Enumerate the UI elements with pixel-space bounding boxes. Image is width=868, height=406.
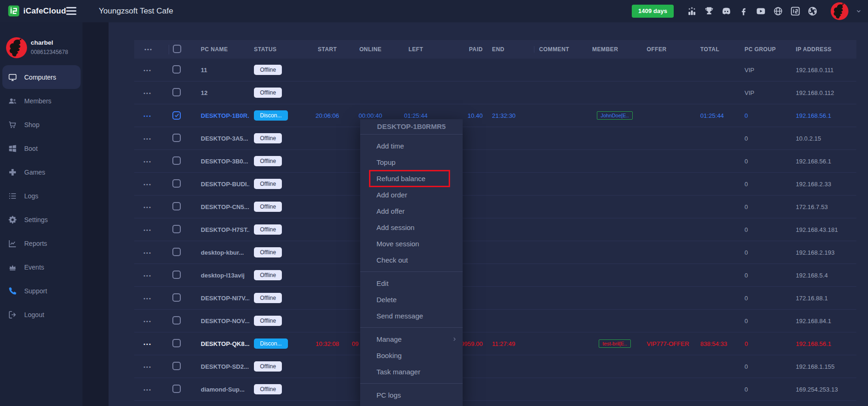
row-checkbox[interactable] [172, 179, 181, 188]
pc-name-link[interactable]: DESKTOP-3B0... [201, 158, 248, 165]
row-checkbox[interactable] [172, 225, 181, 233]
chevron-right-icon [451, 336, 458, 342]
pc-name-link[interactable]: DESKTOP-QK8... [201, 340, 249, 347]
row-checkbox[interactable] [172, 65, 181, 74]
icafecloud-logo-icon [7, 5, 20, 17]
row-actions-button[interactable] [144, 182, 152, 187]
icafecloud-icon[interactable] [790, 6, 800, 16]
row-checkbox[interactable] [172, 362, 181, 370]
context-menu-item-add-time[interactable]: Add time [360, 138, 463, 154]
pc-name-link[interactable]: 12 [201, 89, 207, 96]
row-actions-button[interactable] [144, 387, 152, 392]
row-actions-button[interactable] [144, 296, 152, 301]
context-menu-item-task-manager[interactable]: Task manager [360, 364, 463, 380]
ranking-icon[interactable] [687, 6, 697, 16]
row-actions-button[interactable] [144, 204, 152, 210]
pc-name-link[interactable]: diamond-Sup... [201, 386, 245, 393]
row-checkbox[interactable] [172, 385, 181, 393]
row-checkbox[interactable] [172, 202, 181, 210]
pc-name-link[interactable]: desktop-kbur... [201, 249, 244, 256]
row-checkbox[interactable] [172, 111, 181, 120]
context-menu-item-add-order[interactable]: Add order [360, 187, 463, 203]
pc-name-link[interactable]: DESKTOP-NOV... [201, 318, 249, 325]
end-cell: 11:27:49 [487, 340, 534, 347]
subscription-days-badge[interactable]: 1409 days [632, 5, 674, 18]
youtube-icon[interactable] [756, 6, 766, 16]
chevron-down-icon[interactable] [855, 8, 862, 14]
sidebar-item-support[interactable]: Support [0, 279, 82, 303]
sidebar-item-members[interactable]: Members [0, 89, 82, 113]
row-actions-button[interactable] [144, 227, 152, 233]
trophy-icon[interactable] [704, 6, 714, 16]
sidebar-item-label: Members [24, 97, 51, 105]
sidebar-item-boot[interactable]: Boot [0, 136, 82, 160]
row-actions-button[interactable] [144, 68, 152, 73]
row-actions-button[interactable] [144, 250, 152, 256]
sidebar-item-logout[interactable]: Logout [0, 303, 82, 326]
pc-name-link[interactable]: DESKTOP-H7ST... [201, 226, 249, 233]
context-menu-item-check-out[interactable]: Check out [360, 252, 463, 268]
sidebar-item-settings[interactable]: Settings [0, 208, 82, 231]
row-checkbox[interactable] [172, 293, 181, 302]
context-menu-item-delete[interactable]: Delete [360, 291, 463, 308]
row-checkbox[interactable] [172, 134, 181, 142]
pc-name-link[interactable]: DESKTOP-1B0R... [201, 112, 249, 119]
pc-name-link[interactable]: DESKTOP-3A5... [201, 135, 248, 142]
row-checkbox[interactable] [172, 156, 181, 165]
row-checkbox[interactable] [172, 339, 181, 347]
column-header: COMMENT [534, 46, 588, 53]
context-menu-item-topup[interactable]: Topup [360, 154, 463, 170]
row-actions-button[interactable] [144, 273, 152, 278]
sidebar-item-label: Logout [24, 311, 44, 318]
context-menu-item-move-session[interactable]: Move session [360, 236, 463, 252]
row-actions-button[interactable] [144, 364, 152, 370]
row-actions-button[interactable] [144, 113, 152, 119]
sidebar-item-events[interactable]: Events [0, 255, 82, 279]
sidebar-item-logs[interactable]: Logs [0, 184, 82, 208]
context-menu-title: DESKTOP-1B0RMR5 [360, 119, 463, 135]
context-menu-item-manage[interactable]: Manage [360, 331, 463, 347]
ip-address-cell: 192.168.1.155 [791, 363, 856, 370]
pc-name-link[interactable]: 11 [201, 67, 207, 74]
context-menu-item-booking[interactable]: Booking [360, 347, 463, 364]
pc-name-link[interactable]: DESKTOP-CN5... [201, 203, 249, 210]
pc-group-cell: 0 [740, 135, 791, 142]
facebook-icon[interactable] [738, 6, 749, 16]
sidebar-item-games[interactable]: Games [0, 160, 82, 184]
app-logo[interactable]: iCafeCloud [7, 5, 66, 17]
row-checkbox[interactable] [172, 88, 181, 96]
row-actions-button[interactable] [144, 341, 152, 347]
select-all-checkbox[interactable] [173, 45, 181, 53]
start-cell: 20:06:06 [305, 112, 349, 119]
sidebar: charbel 008612345678 ComputersMembersSho… [0, 22, 82, 406]
left-cell: 01:25:44 [391, 112, 440, 119]
pc-name-link[interactable]: DESKTOP-NI7V... [201, 295, 249, 302]
context-menu-item-pc-logs[interactable]: PC logs [360, 387, 463, 403]
pc-name-link[interactable]: DESKTOP-BUDI... [201, 181, 249, 188]
pc-name-link[interactable]: desktop-l13avij [201, 272, 245, 279]
context-menu-item-edit[interactable]: Edit [360, 275, 463, 291]
sidebar-item-reports[interactable]: Reports [0, 231, 82, 255]
pc-name-link[interactable]: DESKTOP-SD2... [201, 363, 249, 370]
row-actions-button[interactable] [144, 90, 152, 96]
pc-group-cell: 0 [740, 158, 791, 165]
shutter-icon[interactable] [807, 6, 818, 16]
avatar[interactable] [831, 2, 848, 20]
context-menu-item-add-offer[interactable]: Add offer [360, 203, 463, 219]
context-menu-item-send-message[interactable]: Send message [360, 308, 463, 324]
row-actions-button[interactable] [144, 159, 152, 164]
context-menu-item-refund-balance[interactable]: Refund balance [360, 170, 463, 187]
row-actions-button[interactable] [144, 136, 152, 142]
sidebar-item-computers[interactable]: Computers [2, 65, 81, 89]
sidebar-item-shop[interactable]: Shop [0, 113, 82, 136]
row-checkbox[interactable] [172, 248, 181, 256]
row-checkbox[interactable] [172, 316, 181, 325]
row-actions-button[interactable] [144, 318, 152, 324]
discord-icon[interactable] [721, 6, 731, 16]
topbar-right: 1409 days [632, 0, 862, 22]
hamburger-menu-button[interactable] [66, 7, 76, 15]
row-checkbox[interactable] [172, 271, 181, 279]
pc-group-cell: 0 [740, 181, 791, 188]
context-menu-item-add-session[interactable]: Add session [360, 219, 463, 236]
globe-icon[interactable] [773, 6, 783, 16]
